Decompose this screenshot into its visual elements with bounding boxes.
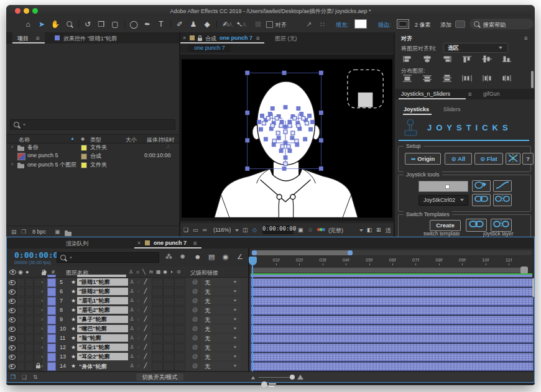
layer-label-swatch[interactable] <box>47 334 56 343</box>
tab-joysticks-n-sliders[interactable]: Joysticks_n_Sliders <box>401 91 450 97</box>
pen-tool[interactable]: ✒ <box>142 19 153 30</box>
panel-menu-icon[interactable]: ≡ <box>36 35 40 42</box>
collapse-switch[interactable]: ♙ <box>129 297 135 304</box>
viewer-timecode[interactable]: 0:00:00:00 <box>262 226 294 234</box>
layer-visibility-toggle[interactable] <box>7 344 16 352</box>
layer-visibility-toggle[interactable] <box>7 306 16 315</box>
switch-column-icon[interactable]: ☼ <box>136 269 140 275</box>
in-out-columns-icon[interactable]: ⇅ <box>33 374 38 380</box>
switch-column-icon[interactable]: ⊙ <box>177 269 181 275</box>
show-snapshot-icon[interactable]: ⊘ <box>308 227 313 233</box>
shy-star-icon[interactable]: ★ <box>71 344 76 350</box>
selection-tool[interactable]: ➤ <box>36 19 47 30</box>
parent-pickwhip-icon[interactable]: @ <box>192 353 198 360</box>
layer-label-swatch[interactable] <box>47 297 56 306</box>
align-right[interactable] <box>442 55 455 64</box>
shy-star-icon[interactable]: ★ <box>71 353 76 360</box>
layer-audio-toggle[interactable] <box>16 334 25 343</box>
distribute-left[interactable] <box>462 75 474 83</box>
camera-tool[interactable]: ❒ <box>96 19 107 30</box>
snapshot-icon[interactable]: ▣ <box>298 227 303 233</box>
origin-button[interactable]: ➥ Origin <box>405 153 441 165</box>
mini-flowchart-icon[interactable]: ∞ <box>203 227 206 233</box>
quality-switch[interactable]: ╱ <box>142 278 149 286</box>
layer-visibility-toggle[interactable] <box>7 288 16 296</box>
layer-duration-bar[interactable] <box>251 353 534 362</box>
timeline-navigator[interactable] <box>251 250 532 255</box>
work-area-bar[interactable] <box>251 267 528 273</box>
label-color-swatch[interactable] <box>81 145 87 151</box>
pan-behind-tool[interactable]: ▢ <box>109 19 121 30</box>
joystick-handle[interactable] <box>358 93 373 107</box>
video-column-icon[interactable] <box>9 270 16 275</box>
align-left[interactable] <box>402 55 415 64</box>
parent-dropdown[interactable]: 无 <box>201 316 241 323</box>
all-button[interactable]: ⊙ All <box>445 153 472 165</box>
effects-switch[interactable]: ☼ <box>136 353 142 360</box>
layer-audio-toggle[interactable] <box>16 353 25 362</box>
layer-name[interactable]: "眉毛2"轮廓 <box>77 306 128 314</box>
fill-label[interactable]: 填充: <box>336 21 349 29</box>
parent-pickwhip-icon[interactable]: @ <box>192 363 198 369</box>
brush-tool[interactable]: ✐ <box>174 19 185 30</box>
expander-icon[interactable]: › <box>11 144 13 150</box>
distribute-bottom[interactable] <box>442 75 455 83</box>
layer-expander-icon[interactable]: › <box>41 288 43 294</box>
project-item-row[interactable]: one punch 5合成0:00:10:00 <box>6 152 179 160</box>
parent-dropdown[interactable]: 无 <box>201 334 241 342</box>
layer-duration-bar[interactable] <box>251 278 534 287</box>
shy-star-icon[interactable]: ★ <box>71 326 76 332</box>
layer-visibility-toggle[interactable] <box>7 325 16 334</box>
switch-column-icon[interactable]: fx <box>149 269 153 275</box>
collapse-switch[interactable]: ♙ <box>129 334 135 342</box>
collapse-switch[interactable]: ♙ <box>129 288 135 295</box>
align-vcenter[interactable] <box>482 55 494 64</box>
parent-dropdown[interactable]: 无 <box>201 306 241 314</box>
layer-expander-icon[interactable]: › <box>41 344 43 350</box>
effects-switch[interactable]: ☼ <box>136 344 142 351</box>
guides-icon[interactable]: ◫ <box>243 227 248 233</box>
curve-tool-button[interactable] <box>493 180 512 192</box>
panel-menu-icon[interactable]: ≡ <box>468 91 472 98</box>
parent-dropdown[interactable]: 无 <box>201 362 241 370</box>
transparency-grid-icon[interactable]: ⊞ <box>376 227 381 233</box>
resolution-dropdown[interactable]: (完整) <box>328 227 343 235</box>
project-item-row[interactable]: ›备份文件夹∴ <box>6 143 179 152</box>
comp-flowchart-icon[interactable]: ⁂ <box>165 253 172 261</box>
stroke-width-value[interactable]: 2 像素 <box>415 21 431 29</box>
flip-button[interactable] <box>506 153 520 165</box>
parent-pickwhip-icon[interactable]: @ <box>192 298 198 304</box>
layer-audio-toggle[interactable] <box>16 278 25 287</box>
draft-3d-icon[interactable]: ❅ <box>180 253 185 261</box>
effects-switch[interactable]: ☼ <box>136 297 142 304</box>
align-to-dropdown[interactable]: 选区 <box>443 43 508 53</box>
align-hcenter[interactable] <box>422 55 435 64</box>
timeline-search-field[interactable] <box>57 252 159 263</box>
view-layout-label[interactable]: 活 <box>386 227 391 235</box>
panel-menu-icon[interactable]: ≡ <box>193 240 197 247</box>
collapse-switch[interactable]: ♙ <box>129 278 135 286</box>
grid-snap-icon[interactable]: ∷ <box>320 21 325 29</box>
layer-expander-icon[interactable]: › <box>41 363 43 369</box>
layer-solo-toggle[interactable] <box>25 306 34 315</box>
new-comp-icon[interactable]: ▣ <box>55 229 60 235</box>
zoom-level-dropdown[interactable]: (116%) <box>213 227 231 233</box>
add-badge-icon[interactable] <box>455 21 465 28</box>
create-button[interactable]: Create <box>430 220 461 231</box>
switch-column-icon[interactable]: ◉ <box>163 269 167 275</box>
parent-dropdown[interactable]: 无 <box>201 344 241 351</box>
composition-canvas[interactable] <box>180 53 394 222</box>
distribute-hcenter[interactable] <box>482 75 494 83</box>
parent-pickwhip-icon[interactable]: @ <box>192 326 198 332</box>
collapse-switch[interactable]: ♙ <box>129 362 135 370</box>
graph-editor-icon[interactable]: ∠ <box>237 253 243 261</box>
circle-pen-tool-button[interactable] <box>472 180 491 192</box>
switch-column-icon[interactable]: ╲ <box>142 269 146 275</box>
panel-menu-icon[interactable]: ≡ <box>256 35 260 42</box>
quality-switch[interactable]: ╱ <box>142 353 149 360</box>
flat-button[interactable]: ⊙ Flat <box>474 153 503 165</box>
snap-mode-icon[interactable]: ↗ <box>306 21 312 29</box>
rotate-tool[interactable]: ↺ <box>82 19 93 30</box>
playhead-line[interactable] <box>252 265 253 371</box>
layer-name[interactable]: "脸"轮廓 <box>77 334 128 342</box>
